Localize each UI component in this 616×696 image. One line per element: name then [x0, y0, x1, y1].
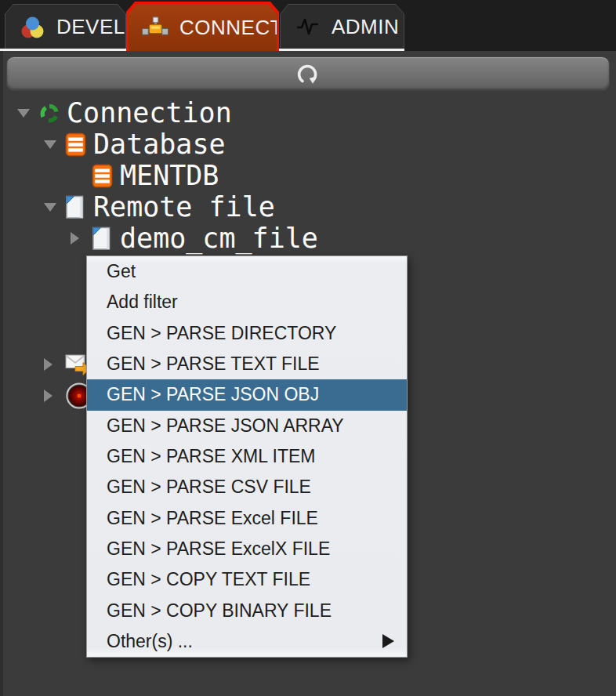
menu-item-other-s[interactable]: Other(s) ...	[87, 626, 407, 657]
menu-item-gen-parse-json-obj[interactable]: GEN > PARSE JSON OBJ	[87, 379, 407, 410]
menu-item-label: GEN > PARSE ExcelX FILE	[107, 538, 330, 560]
tab-label: ADMIN	[332, 15, 399, 39]
menu-item-gen-parse-xml-item[interactable]: GEN > PARSE XML ITEM	[87, 441, 407, 472]
menu-item-label: GEN > PARSE XML ITEM	[107, 446, 315, 467]
tab-bar-tabs: DEVEL CONNECT ADMIN	[0, 0, 616, 51]
expand-toggle[interactable]	[17, 109, 38, 118]
menu-item-label: Get	[107, 261, 136, 282]
menu-item-gen-parse-csv-file[interactable]: GEN > PARSE CSV FILE	[87, 472, 407, 502]
tree-item-label: demo_cm_file	[120, 223, 318, 254]
tab-label: DEVEL	[56, 15, 125, 39]
menu-item-label: GEN > PARSE Excel FILE	[107, 508, 318, 529]
menu-item-gen-copy-text-file[interactable]: GEN > COPY TEXT FILE	[87, 564, 407, 595]
menu-item-label: GEN > COPY BINARY FILE	[107, 600, 332, 622]
pulse-icon	[293, 13, 321, 40]
database-icon	[65, 132, 93, 157]
network-icon	[141, 15, 169, 42]
sync-icon	[38, 102, 67, 125]
menu-item-label: GEN > PARSE CSV FILE	[107, 477, 311, 498]
menu-item-gen-parse-text-file[interactable]: GEN > PARSE TEXT FILE	[87, 349, 407, 379]
tree-item-label: MENTDB	[120, 160, 219, 191]
tab-label: CONNECT	[179, 16, 283, 40]
file-icon	[65, 195, 93, 219]
tab-admin[interactable]: ADMIN	[280, 4, 404, 49]
menu-item-label: GEN > COPY TEXT FILE	[107, 569, 310, 590]
expand-toggle[interactable]	[44, 203, 65, 212]
expand-toggle[interactable]	[44, 390, 65, 402]
tree-item-label: Database	[93, 129, 226, 160]
menu-item-gen-parse-json-array[interactable]: GEN > PARSE JSON ARRAY	[87, 411, 407, 441]
tree-item-database[interactable]: Database	[3, 129, 616, 160]
database-icon	[92, 164, 120, 188]
menu-item-add-filter[interactable]: Add filter	[87, 287, 407, 317]
menu-item-label: GEN > PARSE DIRECTORY	[107, 323, 336, 344]
file-icon	[92, 227, 120, 251]
app-window: DEVEL CONNECT ADMIN Connection Database	[0, 0, 616, 696]
tree-item-mentdb[interactable]: MENTDB	[3, 160, 616, 191]
expand-toggle[interactable]	[44, 140, 65, 149]
expand-toggle[interactable]	[44, 358, 65, 371]
refresh-button[interactable]	[6, 56, 610, 91]
menu-item-gen-parse-directory[interactable]: GEN > PARSE DIRECTORY	[87, 318, 407, 349]
menu-item-label: GEN > PARSE JSON OBJ	[107, 384, 319, 405]
refresh-icon	[294, 60, 322, 87]
menu-item-get[interactable]: Get	[87, 256, 407, 287]
tab-connect[interactable]: CONNECT	[126, 2, 279, 51]
tree-item-connection[interactable]: Connection	[3, 97, 616, 129]
tab-bar: DEVEL CONNECT ADMIN	[0, 0, 616, 51]
tab-devel[interactable]: DEVEL	[5, 4, 126, 49]
menu-item-label: Add filter	[107, 292, 178, 313]
tree-item-label: Remote file	[93, 191, 275, 223]
menu-item-gen-parse-excelx-file[interactable]: GEN > PARSE ExcelX FILE	[87, 534, 407, 564]
submenu-arrow-icon	[382, 634, 394, 648]
menu-item-gen-copy-binary-file[interactable]: GEN > COPY BINARY FILE	[87, 595, 407, 625]
tree-item-remote-file[interactable]: Remote file	[3, 191, 616, 223]
menu-item-label: GEN > PARSE TEXT FILE	[107, 353, 320, 375]
context-menu: Get Add filter GEN > PARSE DIRECTORY GEN…	[86, 256, 408, 658]
menu-item-label: GEN > PARSE JSON ARRAY	[107, 415, 344, 437]
menu-item-gen-parse-excel-file[interactable]: GEN > PARSE Excel FILE	[87, 503, 407, 534]
menu-item-label: Other(s) ...	[107, 631, 193, 652]
palette-icon	[18, 13, 46, 40]
tree-item-demo-cm-file[interactable]: demo_cm_file	[3, 223, 616, 254]
expand-toggle[interactable]	[71, 232, 92, 245]
tree-item-label: Connection	[67, 97, 232, 129]
